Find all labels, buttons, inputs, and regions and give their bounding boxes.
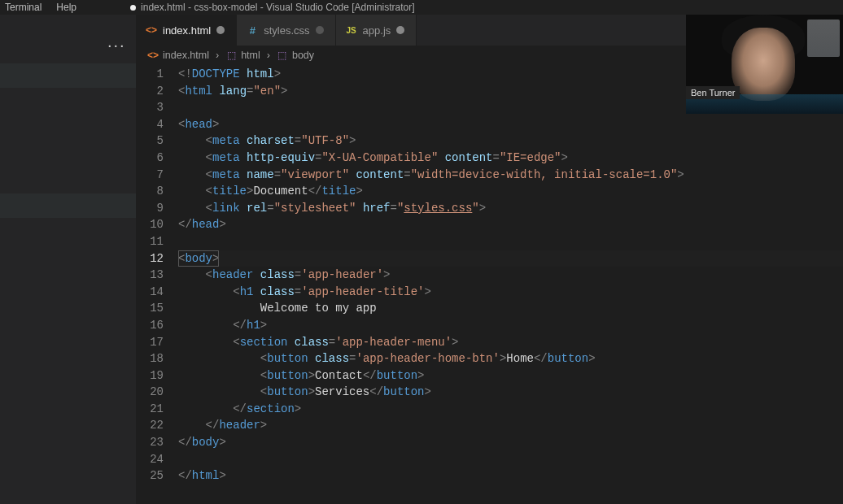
line-number: 9 (136, 200, 164, 217)
code-line[interactable]: <header class='app-header'> (178, 267, 843, 284)
code-line[interactable] (178, 233, 843, 250)
more-actions-icon[interactable]: ··· (107, 36, 126, 54)
close-tab-icon[interactable] (316, 26, 324, 34)
unsaved-dot-icon[interactable] (396, 26, 404, 34)
breadcrumb-html[interactable]: ⬚html (225, 50, 260, 61)
line-number: 1 (136, 66, 164, 83)
breadcrumb-label: html (241, 50, 260, 61)
code-line[interactable]: <h1 class='app-header-title'> (178, 284, 843, 301)
line-number: 19 (136, 367, 164, 385)
webcam-bg (807, 20, 840, 57)
line-number: 12 (136, 250, 164, 267)
line-number: 20 (136, 384, 164, 401)
line-number: 5 (136, 133, 164, 150)
tab-label: styles.css (264, 24, 309, 37)
code-line[interactable]: <head> (178, 116, 843, 133)
tab-app-js[interactable]: JSapp.js (336, 15, 417, 46)
sidebar-row-1[interactable] (0, 63, 136, 88)
breadcrumb-index-html[interactable]: <>index.html (147, 50, 209, 61)
unsaved-dot-icon[interactable] (216, 26, 225, 34)
breadcrumb-icon: ⬚ (225, 50, 237, 61)
dirty-dot-icon (130, 5, 136, 11)
chevron-right-icon: › (216, 50, 219, 61)
line-number: 10 (136, 216, 164, 233)
line-number: 4 (136, 116, 164, 133)
line-number: 13 (136, 267, 164, 284)
breadcrumb-body[interactable]: ⬚body (277, 50, 314, 61)
code-line[interactable] (178, 451, 843, 468)
line-number: 14 (136, 284, 164, 301)
code-editor[interactable]: 1234567891011121314151617181920212223242… (136, 65, 843, 504)
tab-label: app.js (363, 24, 391, 37)
webcam-overlay: Ben Turner (686, 15, 843, 114)
breadcrumb-label: body (292, 50, 314, 61)
code-line[interactable]: </header> (178, 417, 843, 434)
breadcrumb-icon: <> (147, 50, 159, 61)
code-line[interactable]: </html> (178, 467, 843, 484)
sidebar (0, 15, 136, 504)
window-title-text: index.html - css-box-model - Visual Stud… (141, 2, 415, 13)
code-line[interactable]: </body> (178, 434, 843, 451)
sidebar-row-2[interactable] (0, 193, 136, 218)
window-title: index.html - css-box-model - Visual Stud… (130, 2, 415, 13)
line-number: 3 (136, 99, 164, 116)
menubar: Terminal Help index.html - css-box-model… (0, 0, 843, 15)
webcam-face (732, 28, 795, 101)
line-number: 15 (136, 300, 164, 317)
code-line[interactable]: Welcome to my app (178, 300, 843, 317)
menu-help[interactable]: Help (56, 2, 76, 13)
html-file-icon: <> (146, 24, 157, 36)
webcam-name-tag: Ben Turner (686, 86, 740, 99)
code-line[interactable]: <section class='app-header-menu'> (178, 334, 843, 351)
code-line[interactable]: </h1> (178, 317, 843, 334)
code-line[interactable]: <meta charset="UTF-8"> (178, 133, 843, 150)
code-line[interactable]: </section> (178, 401, 843, 418)
code-line[interactable]: <button>Contact</button> (178, 367, 843, 385)
tab-index-html[interactable]: <>index.html (136, 15, 237, 46)
line-number-gutter: 1234567891011121314151617181920212223242… (136, 65, 178, 504)
code-content[interactable]: <!DOCTYPE html><html lang="en"><head> <m… (178, 65, 843, 504)
code-line[interactable]: <meta name="viewport" content="width=dev… (178, 167, 843, 184)
line-number: 6 (136, 150, 164, 167)
line-number: 7 (136, 167, 164, 184)
line-number: 17 (136, 334, 164, 351)
css-file-icon: # (247, 24, 258, 37)
line-number: 16 (136, 317, 164, 334)
code-line[interactable]: <title>Document</title> (178, 183, 843, 200)
breadcrumb-icon: ⬚ (277, 50, 288, 61)
code-line[interactable]: <button class='app-header-home-btn'>Home… (178, 350, 843, 367)
line-number: 22 (136, 417, 164, 434)
code-line[interactable]: </head> (178, 216, 843, 233)
code-line[interactable]: <body> (178, 250, 843, 267)
chevron-right-icon: › (267, 50, 270, 61)
line-number: 8 (136, 183, 164, 200)
line-number: 23 (136, 434, 164, 451)
js-file-icon: JS (346, 26, 357, 35)
line-number: 18 (136, 350, 164, 367)
line-number: 11 (136, 233, 164, 250)
tab-label: index.html (163, 24, 211, 37)
code-line[interactable]: <link rel="stylesheet" href="styles.css"… (178, 200, 843, 217)
line-number: 21 (136, 401, 164, 418)
vscode-window: Terminal Help index.html - css-box-model… (0, 0, 843, 504)
code-line[interactable]: <meta http-equiv="X-UA-Compatible" conte… (178, 150, 843, 167)
code-line[interactable]: <button>Services</button> (178, 384, 843, 401)
breadcrumb-label: index.html (163, 50, 209, 61)
line-number: 24 (136, 451, 164, 468)
tab-styles-css[interactable]: #styles.css (237, 15, 335, 46)
menu-terminal[interactable]: Terminal (5, 2, 41, 13)
line-number: 25 (136, 467, 164, 484)
line-number: 2 (136, 83, 164, 100)
